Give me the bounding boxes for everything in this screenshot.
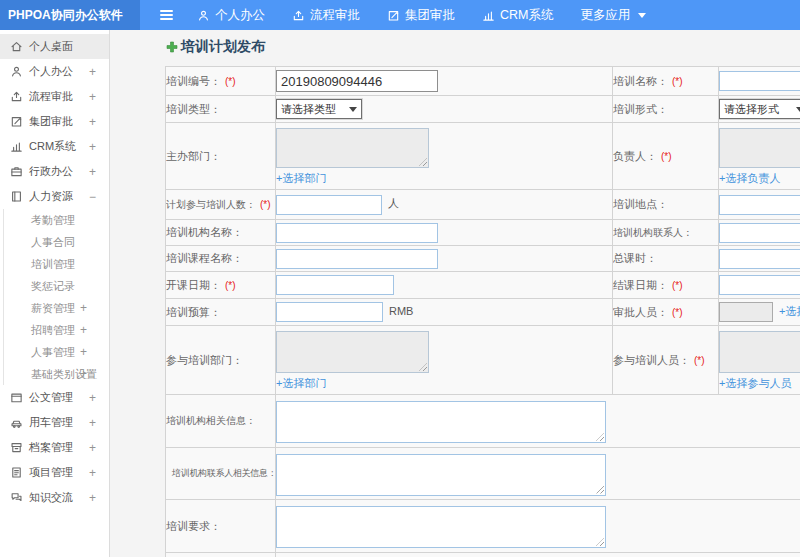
- form-row: 培训预算：RMB审批人员：(*)+选择审批人员: [166, 299, 800, 326]
- person-in-charge-picker-link[interactable]: +选择负责人: [719, 171, 780, 186]
- form-row: 培训机构相关信息：: [166, 395, 800, 448]
- planned-participants-label: 计划参与培训人数：: [166, 199, 256, 210]
- select-arrow-icon: [349, 107, 357, 112]
- app-logo[interactable]: PHPOA协同办公软件: [0, 0, 140, 30]
- training-org-contact-info-textarea[interactable]: [276, 454, 606, 496]
- end-date-input[interactable]: [719, 275, 800, 295]
- participating-departments-picker-link[interactable]: +选择部门: [276, 376, 326, 391]
- training-org-contact-input[interactable]: [719, 223, 800, 243]
- form-field-cell: 请选择类型: [276, 96, 613, 123]
- form-label-cell: 负责人：(*): [613, 123, 719, 190]
- approvers-picker-link[interactable]: +选择审批人员: [779, 305, 800, 317]
- expand-toggle-icon: +: [80, 324, 87, 336]
- sidebar-item-label: 个人办公: [29, 64, 73, 79]
- form-field-cell: RMB: [276, 299, 613, 326]
- sidebar-item-hr-contracts[interactable]: 人事合同: [3, 231, 109, 253]
- sidebar-item-document-mgmt[interactable]: 公文管理+: [0, 385, 109, 410]
- form-row: 培训机构名称：培训机构联系人：: [166, 220, 800, 246]
- sidebar-item-label: 基础类别设置: [31, 367, 97, 382]
- nav-item-more-apps[interactable]: 更多应用: [580, 7, 646, 24]
- sidebar-item-attendance-mgmt[interactable]: 考勤管理: [3, 209, 109, 231]
- sidebar-item-base-category-settings[interactable]: 基础类别设置+: [3, 363, 109, 385]
- chart-icon: [10, 140, 23, 153]
- sidebar-item-knowledge-exchange[interactable]: 知识交流+: [0, 485, 109, 510]
- edit-icon: [387, 9, 400, 22]
- sidebar-item-label: 公文管理: [29, 390, 73, 405]
- training-org-name-input[interactable]: [276, 223, 438, 243]
- training-location-input[interactable]: [719, 195, 800, 215]
- archive-icon: [10, 441, 23, 454]
- planned-participants-input[interactable]: [276, 195, 382, 215]
- form-label-cell: 培训名称：(*): [613, 67, 719, 96]
- host-department-picker-link[interactable]: +选择部门: [276, 171, 326, 186]
- required-mark: (*): [260, 199, 271, 210]
- form-field-cell: [276, 448, 800, 500]
- sidebar-item-personnel-mgmt[interactable]: 人事管理+: [3, 341, 109, 363]
- training-location-label: 培训地点：: [613, 198, 668, 210]
- training-number-input[interactable]: [276, 70, 438, 92]
- form-field-cell: [276, 246, 613, 272]
- sidebar-item-admin-office[interactable]: 行政办公+: [0, 159, 109, 184]
- sidebar-item-personal-office[interactable]: 个人办公+: [0, 59, 109, 84]
- form-label-cell: 开课日期：(*): [166, 272, 276, 299]
- sidebar-item-vehicle-mgmt[interactable]: 用车管理+: [0, 410, 109, 435]
- training-budget-unit-label: RMB: [389, 305, 413, 317]
- user-icon: [10, 65, 23, 78]
- nav-item-label: 更多应用: [580, 7, 630, 24]
- nav-item-crm-system[interactable]: CRM系统: [482, 7, 553, 24]
- required-mark: (*): [225, 280, 236, 291]
- hamburger-icon[interactable]: [158, 6, 175, 24]
- approvers-box[interactable]: [719, 302, 773, 322]
- sidebar-item-group-approval[interactable]: 集团审批+: [0, 109, 109, 134]
- training-number-label: 培训编号：: [166, 75, 221, 87]
- sidebar-item-label: 培训管理: [31, 257, 75, 272]
- form-row: 计划参与培训人数：(*)人培训地点：: [166, 190, 800, 220]
- sidebar-item-reward-punish-records[interactable]: 奖惩记录: [3, 275, 109, 297]
- training-course-name-input[interactable]: [276, 249, 438, 269]
- selected-option-label: 请选择形式: [724, 102, 779, 117]
- training-org-info-textarea[interactable]: [276, 401, 606, 443]
- edit-icon: [10, 115, 23, 128]
- training-type-select[interactable]: 请选择类型: [276, 99, 362, 119]
- sidebar-item-crm-system[interactable]: CRM系统+: [0, 134, 109, 159]
- nav-item-group-approval[interactable]: 集团审批: [387, 7, 455, 24]
- person-in-charge-textarea[interactable]: [719, 128, 800, 168]
- sidebar-item-personal-desktop[interactable]: 个人桌面: [0, 34, 109, 59]
- sidebar-item-label: 奖惩记录: [31, 279, 75, 294]
- form-label-cell: 培训机构相关信息：: [166, 395, 276, 448]
- participants-picker-link[interactable]: +选择参与人员: [719, 376, 791, 391]
- sidebar-item-project-mgmt[interactable]: 项目管理+: [0, 460, 109, 485]
- training-form-label: 培训形式：: [613, 103, 668, 115]
- sidebar-item-human-resources[interactable]: 人力资源−: [0, 184, 109, 209]
- form-row: 附件资料：+附件上传: [166, 553, 800, 557]
- nav-item-workflow-approval[interactable]: 流程审批: [292, 7, 360, 24]
- sidebar-item-archive-mgmt[interactable]: 档案管理+: [0, 435, 109, 460]
- form-label-cell: 培训课程名称：: [166, 246, 276, 272]
- start-date-input[interactable]: [276, 275, 394, 295]
- form-label-cell: 培训要求：: [166, 500, 276, 553]
- total-hours-input[interactable]: [719, 249, 800, 269]
- sidebar-item-salary-mgmt[interactable]: 薪资管理+: [3, 297, 109, 319]
- training-budget-input[interactable]: [276, 302, 383, 322]
- host-department-textarea[interactable]: [276, 128, 429, 168]
- top-bar: PHPOA协同办公软件 个人办公流程审批集团审批CRM系统更多应用: [0, 0, 800, 30]
- form-label-cell: 审批人员：(*): [613, 299, 719, 326]
- form-field-cell: 请选择形式: [719, 96, 800, 123]
- sidebar-item-training-mgmt[interactable]: 培训管理: [3, 253, 109, 275]
- form-label-cell: 培训预算：: [166, 299, 276, 326]
- training-name-input[interactable]: [719, 71, 800, 91]
- required-mark: (*): [225, 76, 236, 87]
- nav-item-label: 流程审批: [310, 7, 360, 24]
- training-form-select[interactable]: 请选择形式: [719, 99, 800, 119]
- training-requirements-textarea[interactable]: [276, 506, 606, 548]
- sidebar-item-workflow-approval[interactable]: 流程审批+: [0, 84, 109, 109]
- sidebar-item-recruit-mgmt[interactable]: 招聘管理+: [3, 319, 109, 341]
- form-label-cell: 培训机构联系人相关信息：: [166, 448, 276, 500]
- participants-textarea[interactable]: [719, 331, 800, 373]
- participating-departments-textarea[interactable]: [276, 331, 429, 373]
- expand-toggle-icon: +: [89, 467, 96, 479]
- form-field-cell: [276, 272, 613, 299]
- nav-item-personal-office[interactable]: 个人办公: [197, 7, 265, 24]
- sidebar-item-label: 用车管理: [29, 415, 73, 430]
- form-field-cell: +选择审批人员: [719, 299, 800, 326]
